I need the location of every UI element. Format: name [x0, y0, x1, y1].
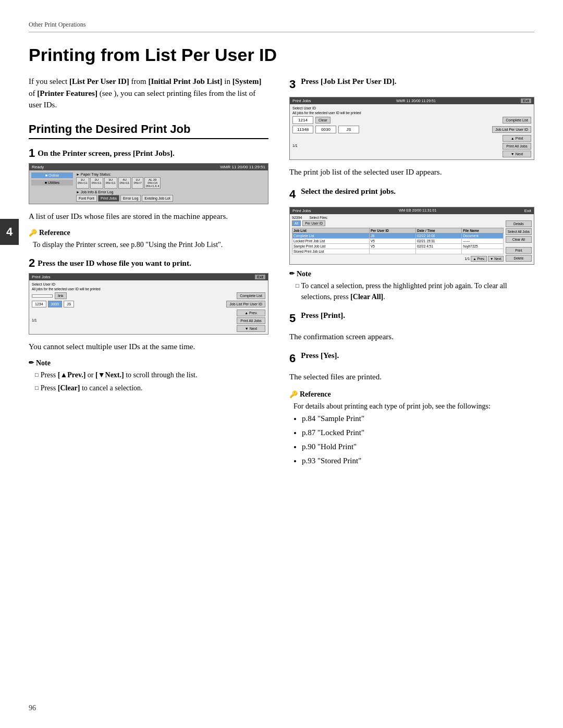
delete-btn[interactable]: Delete	[506, 255, 532, 262]
tray-3: 3U0%×11	[104, 177, 117, 189]
filter-per-user[interactable]: Per User ID	[302, 220, 325, 226]
userid-box-3b[interactable]: 11348	[292, 126, 313, 133]
all-jobs-label: All jobs for the selected user ID will b…	[32, 287, 265, 291]
exit-btn-3[interactable]: Exit	[521, 98, 531, 103]
note-1-label: Note	[36, 359, 51, 367]
row3-date: 02/22 4:51	[416, 243, 462, 249]
utilities-btn[interactable]: ■ Utilities	[31, 180, 73, 186]
pj-body-2: Select User ID All jobs for the selected…	[29, 280, 268, 334]
print-btn-4[interactable]: Print	[506, 247, 532, 254]
step-5-title: 5 Press [Print].	[289, 310, 534, 327]
prev-btn-4[interactable]: ▲ Prev.	[471, 256, 487, 262]
job-list-per-user-btn-3[interactable]: Job List Per User ID	[492, 126, 531, 133]
print-all-jobs-btn-3[interactable]: Print All Jobs	[503, 143, 531, 150]
tray-5: 1U0%×7	[132, 177, 143, 189]
user-3000[interactable]: 3000	[48, 301, 63, 307]
note-1: ✏ Note Press [▲Prev.] or [▼Next.] to scr…	[29, 359, 268, 393]
chapter-marker: 4	[0, 219, 19, 245]
printer-title-bar: Ready WMR 11 20/00 11:29:51	[29, 164, 268, 170]
next-btn-3[interactable]: ▼ Next	[503, 151, 531, 157]
ref-bullet-3: p.90 "Hold Print"	[302, 440, 534, 454]
tray-4: 4U0%×11	[118, 177, 131, 189]
font-font-btn[interactable]: Font Font	[76, 195, 97, 202]
userid-box-3d[interactable]: JS	[338, 126, 359, 133]
table-row-2[interactable]: Locked Print Job List V5 02/21 15:31 ---…	[292, 238, 504, 243]
step-5-num: 5	[289, 310, 296, 327]
intro-paragraph: If you select [List Per User ID] from [I…	[29, 76, 268, 111]
row3-type: Sample Print Job List	[292, 243, 370, 249]
print-jobs-screen-3: Print Jobs WMR 11 20/00 11:29:51 Exit Se…	[289, 97, 534, 160]
table-row-4[interactable]: Stored Print Job List	[292, 249, 504, 254]
pj-pagination-row: 1/1 ▲ Prev. ▼ Next	[292, 256, 504, 262]
complete-list-btn-2[interactable]: Complete List	[237, 292, 265, 299]
table-row-1[interactable]: Complete List JB 02/22 10:00 Document	[292, 233, 504, 238]
pj-titlebar-3: Print Jobs WMR 11 20/00 11:29:51 Exit	[290, 97, 534, 104]
step-1-desc: A list of user IDs whose files are store…	[29, 211, 268, 223]
all-jobs-label-3: All jobs for the selected user ID will b…	[292, 111, 531, 115]
intro-initial: [Initial Print Job List]	[148, 77, 222, 85]
clear-btn-3[interactable]: Clear	[315, 117, 331, 124]
tray-2: 2U0%×11	[90, 177, 103, 189]
row3-file: huyh7225	[462, 243, 504, 249]
select-all-jobs-btn[interactable]: Select All Jobs	[506, 228, 532, 235]
row2-file: ------	[462, 238, 504, 243]
intro-list-per-user: [List Per User ID]	[69, 77, 129, 85]
job-info-label: ► Job Info & Error Log	[76, 190, 266, 194]
step-3: 3 Press [Job List Per User ID]. Print Jo…	[289, 76, 534, 178]
col-file: File Name	[462, 228, 504, 233]
tray-row: 1U0%×11 2U0%×11 3U0%×11 4U0%×11 1U0%×7 A…	[76, 177, 266, 189]
step-3-num: 3	[289, 76, 296, 93]
prev-btn-3[interactable]: ▲ Print	[503, 135, 531, 142]
chapter-number: 4	[6, 225, 13, 239]
error-log-btn[interactable]: Error Log	[120, 195, 141, 202]
clear-all-btn[interactable]: Clear All	[506, 236, 532, 243]
user-1234[interactable]: 1234	[32, 301, 46, 307]
row4-user	[369, 249, 415, 254]
step-1-title: 1 On the Printer screen, press [Print Jo…	[29, 147, 268, 159]
step-6: 6 Press [Yes]. The selected files are pr…	[289, 350, 534, 383]
print-all-jobs-btn[interactable]: Print All Jobs	[237, 317, 265, 324]
section-heading: Printing the Desired Print Job	[29, 122, 268, 139]
pj-detail-userid: 92394 Select Files:	[292, 216, 532, 219]
pj-jobs-table: Job List Per User ID Date / Time File Na…	[292, 228, 504, 254]
note-icon-2: ✏	[289, 270, 295, 278]
table-row-3[interactable]: Sample Print Job List V5 02/22 4:51 huyh…	[292, 243, 504, 249]
filter-all[interactable]: All	[292, 220, 301, 226]
exit-btn-2[interactable]: Exit	[255, 275, 265, 279]
next-btn-4[interactable]: ▼ Next	[488, 256, 504, 262]
online-btn[interactable]: ■ Online	[31, 172, 73, 178]
pj-detail-body: 92394 Select Files: All Per User ID	[290, 214, 534, 264]
step-1: 1 On the Printer screen, press [Print Jo…	[29, 147, 268, 250]
key-icon: 🔑	[29, 229, 37, 237]
userid-input-box[interactable]	[32, 294, 53, 298]
row4-date	[416, 249, 462, 254]
userid-box-3[interactable]: 1214	[292, 116, 313, 124]
prev-btn-2[interactable]: ▲ Prev.	[237, 310, 265, 316]
existing-job-lot-btn[interactable]: Existing Job Lot	[142, 195, 173, 202]
step-4-title: 4 Select the desired print jobs.	[289, 186, 534, 203]
printer-middle-panel: ► Paper Tray Status: 1U0%×11 2U0%×11 3U0…	[76, 172, 266, 202]
userid-box-3c[interactable]: 0030	[315, 126, 336, 133]
print-jobs-detail-screen: Print Jobs WM EB 20/00 11:31:01 Exit 923…	[289, 207, 534, 265]
col-date: Date / Time	[416, 228, 462, 233]
user-js[interactable]: JS	[64, 301, 74, 307]
details-btn[interactable]: Details	[506, 220, 532, 227]
pj-table-area: All Per User ID Job List Per User ID Dat…	[292, 220, 504, 263]
job-list-per-user-btn-2[interactable]: Job List Per User ID	[226, 301, 265, 307]
pj-label-3: Print Jobs	[292, 98, 311, 103]
print-jobs-btn[interactable]: Print Jobs	[98, 195, 119, 202]
ref-bullet-4: p.93 "Stored Print"	[302, 454, 534, 468]
row4-file	[462, 249, 504, 254]
userid-row-3: 1214 Clear Complete List	[292, 116, 531, 124]
next-btn-2[interactable]: ▼ Next	[237, 325, 265, 332]
pj-titlebar-2: Print Jobs Exit	[29, 274, 268, 280]
user-list: 1234 3000 JS Job List Per User ID	[32, 301, 265, 307]
link-btn[interactable]: link	[55, 292, 67, 299]
row1-user: JB	[369, 233, 415, 238]
complete-list-btn-3[interactable]: Complete List	[503, 117, 531, 124]
exit-btn-4[interactable]: Exit	[524, 208, 531, 213]
pj-body-3: Select User ID All jobs for the selected…	[290, 104, 534, 159]
step-6-num: 6	[289, 350, 296, 367]
action-btns-3: ▲ Print Print All Jobs ▼ Next	[503, 135, 531, 157]
pj-time-3: WMR 11 20/00 11:29:51	[396, 99, 436, 103]
